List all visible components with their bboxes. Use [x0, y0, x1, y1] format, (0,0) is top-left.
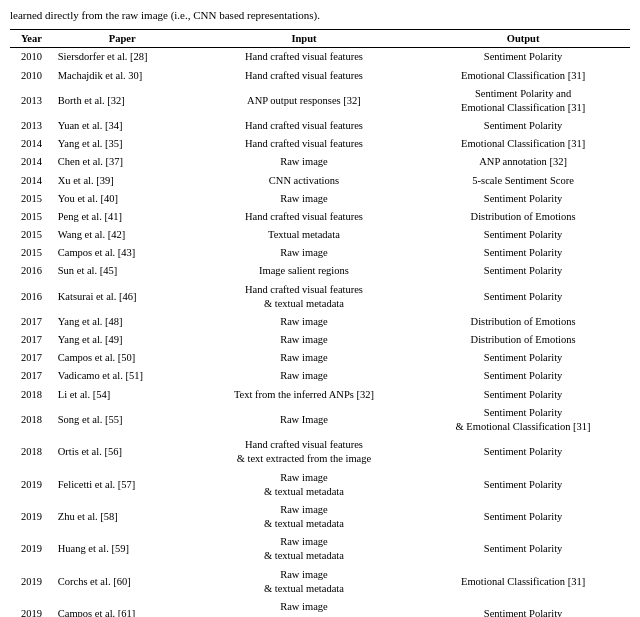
- cell-input: Hand crafted visual features: [192, 117, 416, 135]
- cell-output: Emotional Classification [31]: [416, 67, 630, 85]
- cell-output: Sentiment Polarity: [416, 469, 630, 501]
- cell-year: 2019: [10, 598, 53, 617]
- table-row: 2017Yang et al. [48]Raw imageDistributio…: [10, 313, 630, 331]
- cell-year: 2018: [10, 404, 53, 436]
- cell-paper: Li et al. [54]: [53, 386, 192, 404]
- table-row: 2010Machajdik et al. 30]Hand crafted vis…: [10, 67, 630, 85]
- table-row: 2019Huang et al. [59]Raw image& textual …: [10, 533, 630, 565]
- cell-input: Raw Image: [192, 404, 416, 436]
- cell-year: 2015: [10, 208, 53, 226]
- cell-output: Sentiment Polarity: [416, 367, 630, 385]
- cell-paper: Yuan et al. [34]: [53, 117, 192, 135]
- cell-paper: Zhu et al. [58]: [53, 501, 192, 533]
- cell-paper: Siersdorfer et al. [28]: [53, 48, 192, 67]
- table-row: 2019Campos et al. [61]Raw image& textual…: [10, 598, 630, 617]
- cell-paper: Vadicamo et al. [51]: [53, 367, 192, 385]
- table-row: 2013Borth et al. [32]ANP output response…: [10, 85, 630, 117]
- cell-year: 2019: [10, 469, 53, 501]
- cell-input: Textual metadata: [192, 226, 416, 244]
- cell-input: Raw image& textual metadata: [192, 469, 416, 501]
- cell-year: 2017: [10, 331, 53, 349]
- cell-input: Text from the inferred ANPs [32]: [192, 386, 416, 404]
- cell-output: Sentiment Polarity: [416, 190, 630, 208]
- intro-text: learned directly from the raw image (i.e…: [10, 8, 630, 23]
- cell-input: Raw image: [192, 190, 416, 208]
- cell-paper: Song et al. [55]: [53, 404, 192, 436]
- cell-year: 2019: [10, 533, 53, 565]
- table-row: 2010Siersdorfer et al. [28]Hand crafted …: [10, 48, 630, 67]
- cell-year: 2015: [10, 244, 53, 262]
- table-row: 2015Peng et al. [41]Hand crafted visual …: [10, 208, 630, 226]
- table-row: 2017Campos et al. [50]Raw imageSentiment…: [10, 349, 630, 367]
- table-row: 2015You et al. [40]Raw imageSentiment Po…: [10, 190, 630, 208]
- cell-year: 2010: [10, 67, 53, 85]
- table-row: 2014Xu et al. [39]CNN activations5-scale…: [10, 172, 630, 190]
- cell-input: Raw image: [192, 153, 416, 171]
- cell-year: 2016: [10, 281, 53, 313]
- cell-output: Sentiment Polarity: [416, 501, 630, 533]
- col-input: Input: [192, 30, 416, 48]
- table-row: 2013Yuan et al. [34]Hand crafted visual …: [10, 117, 630, 135]
- table-row: 2016Sun et al. [45]Image salient regions…: [10, 262, 630, 280]
- cell-year: 2013: [10, 85, 53, 117]
- cell-input: Raw image: [192, 367, 416, 385]
- cell-output: 5-scale Sentiment Score: [416, 172, 630, 190]
- cell-paper: Borth et al. [32]: [53, 85, 192, 117]
- cell-output: Sentiment Polarity: [416, 48, 630, 67]
- table-row: 2015Wang et al. [42]Textual metadataSent…: [10, 226, 630, 244]
- cell-paper: Campos et al. [61]: [53, 598, 192, 617]
- table-row: 2017Vadicamo et al. [51]Raw imageSentime…: [10, 367, 630, 385]
- cell-output: Sentiment Polarity& Emotional Classifica…: [416, 404, 630, 436]
- cell-input: Raw image: [192, 331, 416, 349]
- cell-input: Hand crafted visual features& text extra…: [192, 436, 416, 468]
- cell-year: 2015: [10, 226, 53, 244]
- cell-output: Distribution of Emotions: [416, 313, 630, 331]
- cell-paper: Ortis et al. [56]: [53, 436, 192, 468]
- col-paper: Paper: [53, 30, 192, 48]
- cell-paper: Xu et al. [39]: [53, 172, 192, 190]
- cell-output: Distribution of Emotions: [416, 208, 630, 226]
- cell-input: Hand crafted visual features& textual me…: [192, 281, 416, 313]
- cell-year: 2014: [10, 172, 53, 190]
- cell-input: Raw image& textual metadata: [192, 501, 416, 533]
- cell-year: 2010: [10, 48, 53, 67]
- cell-input: Raw image: [192, 313, 416, 331]
- cell-output: Sentiment Polarity: [416, 262, 630, 280]
- cell-input: Raw image& textual metadata: [192, 533, 416, 565]
- cell-input: Hand crafted visual features: [192, 48, 416, 67]
- cell-output: Sentiment Polarity: [416, 386, 630, 404]
- cell-paper: Chen et al. [37]: [53, 153, 192, 171]
- table-row: 2018Ortis et al. [56]Hand crafted visual…: [10, 436, 630, 468]
- cell-input: Hand crafted visual features: [192, 67, 416, 85]
- table-row: 2014Yang et al. [35]Hand crafted visual …: [10, 135, 630, 153]
- cell-paper: Sun et al. [45]: [53, 262, 192, 280]
- cell-paper: Machajdik et al. 30]: [53, 67, 192, 85]
- cell-paper: Campos et al. [43]: [53, 244, 192, 262]
- cell-paper: You et al. [40]: [53, 190, 192, 208]
- cell-year: 2017: [10, 313, 53, 331]
- cell-output: Sentiment Polarity: [416, 244, 630, 262]
- cell-output: Sentiment Polarity: [416, 281, 630, 313]
- cell-paper: Wang et al. [42]: [53, 226, 192, 244]
- cell-paper: Felicetti et al. [57]: [53, 469, 192, 501]
- cell-year: 2018: [10, 386, 53, 404]
- cell-output: Sentiment Polarity: [416, 598, 630, 617]
- table-row: 2019Felicetti et al. [57]Raw image& text…: [10, 469, 630, 501]
- cell-year: 2019: [10, 501, 53, 533]
- cell-year: 2018: [10, 436, 53, 468]
- cell-year: 2014: [10, 135, 53, 153]
- table-row: 2017Yang et al. [49]Raw imageDistributio…: [10, 331, 630, 349]
- cell-paper: Peng et al. [41]: [53, 208, 192, 226]
- cell-input: CNN activations: [192, 172, 416, 190]
- cell-input: Raw image: [192, 349, 416, 367]
- cell-input: Raw image& textual metadata: [192, 598, 416, 617]
- cell-output: Emotional Classification [31]: [416, 566, 630, 598]
- cell-paper: Corchs et al. [60]: [53, 566, 192, 598]
- cell-output: ANP annotation [32]: [416, 153, 630, 171]
- cell-input: ANP output responses [32]: [192, 85, 416, 117]
- cell-output: Sentiment Polarity: [416, 117, 630, 135]
- cell-year: 2017: [10, 349, 53, 367]
- cell-year: 2014: [10, 153, 53, 171]
- cell-output: Sentiment Polarity: [416, 436, 630, 468]
- cell-input: Hand crafted visual features: [192, 208, 416, 226]
